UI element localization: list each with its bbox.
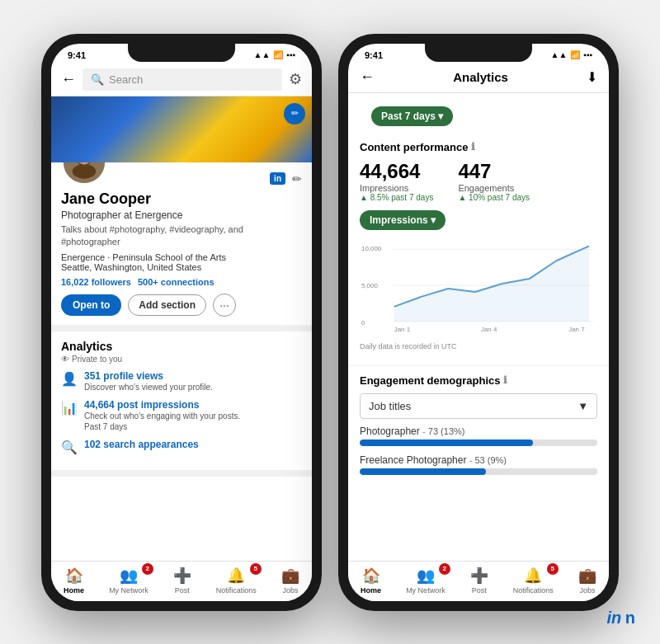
profile-views-icon: 👤: [61, 371, 78, 387]
notifications-icon-2: 🔔: [524, 566, 542, 585]
notifications-icon: 🔔: [227, 566, 245, 585]
profile-about: Talks about #photography, #videography, …: [61, 223, 302, 249]
status-time-1: 9:41: [68, 50, 86, 60]
private-label: 👁 Private to you: [61, 355, 302, 364]
nav-network-2[interactable]: 👥 2 My Network: [406, 566, 446, 595]
battery-icon-2: ▪▪▪: [583, 50, 592, 59]
jobs-icon-2: 💼: [578, 566, 596, 585]
bottom-nav-2: 🏠 Home 👥 2 My Network ➕ Post 🔔 5 Notific…: [348, 561, 609, 601]
chart-svg: 10,000 5,000 0 Jan 1 Jan 4 Jan 7: [360, 238, 597, 337]
job-titles-dropdown[interactable]: Job titles ▼: [360, 393, 597, 419]
analytics-section: Analytics 👁 Private to you 👤 351 profile…: [51, 331, 312, 477]
edit-profile-button[interactable]: ✏: [292, 172, 302, 186]
phone-screen-profile: 9:41 ▲▲ 📶 ▪▪▪ ← 🔍 Search ⚙: [51, 44, 312, 601]
profile-views-text: 351 profile views Discover who's viewed …: [84, 370, 213, 393]
notifications-label: Notifications: [216, 586, 257, 595]
nav-jobs-1[interactable]: 💼 Jobs: [281, 566, 299, 595]
search-appearances-row[interactable]: 🔍 102 search appearances: [61, 439, 302, 455]
chart-area: 10,000 5,000 0 Jan 1 Jan 4 Jan 7: [360, 238, 597, 337]
impressions-metric: 44,664 Impressions ▲ 8.5% past 7 days: [360, 160, 433, 202]
wifi-icon: 📶: [273, 50, 283, 59]
back-button-1[interactable]: ←: [61, 71, 76, 88]
avatar-actions: in ✏: [270, 172, 302, 186]
edit-cover-button[interactable]: ✏: [284, 103, 305, 125]
notifications-badge: 5: [250, 563, 262, 575]
profile-name: Jane Cooper: [61, 190, 302, 209]
demo-bar-track-2: [360, 468, 597, 475]
search-appearances-value: 102 search appearances: [84, 439, 199, 450]
more-button[interactable]: ···: [213, 294, 236, 317]
cover-photo: ✏: [51, 96, 312, 162]
jobs-label: Jobs: [282, 586, 298, 595]
status-time-2: 9:41: [365, 50, 383, 60]
search-appearances-text: 102 search appearances: [84, 439, 199, 450]
nav-notifications-1[interactable]: 🔔 5 Notifications: [216, 566, 257, 595]
phone-analytics: 9:41 ▲▲ 📶 ▪▪▪ ← Analytics ⬇ Past 7 days …: [338, 34, 619, 611]
info-icon-1: ℹ: [471, 141, 475, 153]
post-impressions-desc: Check out who's engaging with your posts…: [84, 411, 240, 432]
impressions-label: Impressions: [360, 183, 433, 193]
network-badge: 2: [142, 563, 153, 575]
demo-bar-track-1: [360, 440, 597, 446]
nav-post-2[interactable]: ➕ Post: [470, 566, 488, 595]
home-icon: 🏠: [65, 566, 83, 585]
phone-screen-analytics: 9:41 ▲▲ 📶 ▪▪▪ ← Analytics ⬇ Past 7 days …: [348, 44, 609, 601]
download-button[interactable]: ⬇: [587, 69, 597, 85]
analytics-detail-content: Past 7 days ▾ Content performance ℹ 44,6…: [348, 93, 609, 533]
open-to-button[interactable]: Open to: [61, 294, 121, 316]
demo-bar-label-2: Freelance Photographer - 53 (9%): [360, 454, 597, 466]
svg-text:Jan 1: Jan 1: [394, 325, 411, 332]
search-placeholder: Search: [109, 73, 143, 86]
connections-link[interactable]: 500+ connections: [138, 277, 214, 287]
info-icon-2: ℹ: [503, 374, 507, 386]
scene: 9:41 ▲▲ 📶 ▪▪▪ ← 🔍 Search ⚙: [16, 34, 644, 611]
impressions-filter-button[interactable]: Impressions ▾: [360, 210, 446, 230]
nav-notifications-2[interactable]: 🔔 5 Notifications: [513, 566, 554, 595]
profile-title: Photographer at Energence: [61, 209, 302, 221]
add-section-button[interactable]: Add section: [128, 294, 206, 316]
nav-home-2[interactable]: 🏠 Home: [361, 566, 381, 595]
back-button-2[interactable]: ←: [360, 68, 375, 86]
engagements-label: Engagements: [458, 183, 530, 193]
nav-home-1[interactable]: 🏠 Home: [64, 566, 84, 595]
nav-network-1[interactable]: 👥 2 My Network: [109, 566, 148, 595]
network-icon: 👥: [120, 566, 138, 585]
home-label-2: Home: [361, 586, 381, 595]
network-icon-2: 👥: [417, 566, 435, 585]
screen-content-1: ✏ in: [51, 96, 312, 601]
post-impressions-row[interactable]: 📊 44,664 post impressions Check out who'…: [61, 399, 302, 432]
post-icon-2: ➕: [470, 566, 488, 585]
dropdown-chevron: ▼: [578, 400, 588, 412]
svg-text:Jan 7: Jan 7: [568, 325, 585, 332]
svg-point-2: [73, 163, 97, 178]
impressions-icon: 📊: [61, 400, 78, 416]
nav-jobs-2[interactable]: 💼 Jobs: [578, 566, 596, 595]
profile-section: in ✏ Jane Cooper Photographer at Energen…: [51, 162, 312, 331]
demo-bar-photographer: Photographer - 73 (13%): [360, 425, 597, 446]
svg-text:10,000: 10,000: [361, 245, 382, 252]
post-label: Post: [175, 586, 190, 595]
settings-icon[interactable]: ⚙: [289, 70, 302, 88]
demographics-section: Engagement demographics ℹ Job titles ▼ P…: [348, 366, 609, 491]
search-icon: 🔍: [91, 73, 104, 86]
signal-icon: ▲▲: [254, 50, 271, 59]
profile-views-value: 351 profile views: [84, 370, 213, 382]
followers-link[interactable]: 16,022 followers: [61, 277, 131, 287]
status-icons-1: ▲▲ 📶 ▪▪▪: [254, 50, 295, 59]
chart-note: Daily data is recorded in UTC: [360, 342, 597, 350]
demographics-header: Engagement demographics ℹ: [360, 374, 597, 387]
search-input[interactable]: 🔍 Search: [82, 68, 282, 91]
profile-actions: Open to Add section ···: [61, 294, 302, 317]
svg-text:Jan 4: Jan 4: [481, 325, 497, 332]
impressions-value: 44,664: [360, 160, 433, 183]
profile-views-row[interactable]: 👤 351 profile views Discover who's viewe…: [61, 370, 302, 393]
signal-icon-2: ▲▲: [551, 50, 568, 59]
battery-icon: ▪▪▪: [286, 50, 295, 59]
svg-marker-13: [394, 246, 589, 321]
content-performance-section: Content performance ℹ 44,664 Impressions…: [348, 133, 609, 366]
home-label: Home: [64, 586, 84, 595]
date-filter-button[interactable]: Past 7 days ▾: [371, 106, 453, 126]
nav-post-1[interactable]: ➕ Post: [173, 566, 191, 595]
engagements-change: ▲ 10% past 7 days: [458, 193, 530, 202]
post-impressions-value: 44,664 post impressions: [84, 399, 240, 411]
